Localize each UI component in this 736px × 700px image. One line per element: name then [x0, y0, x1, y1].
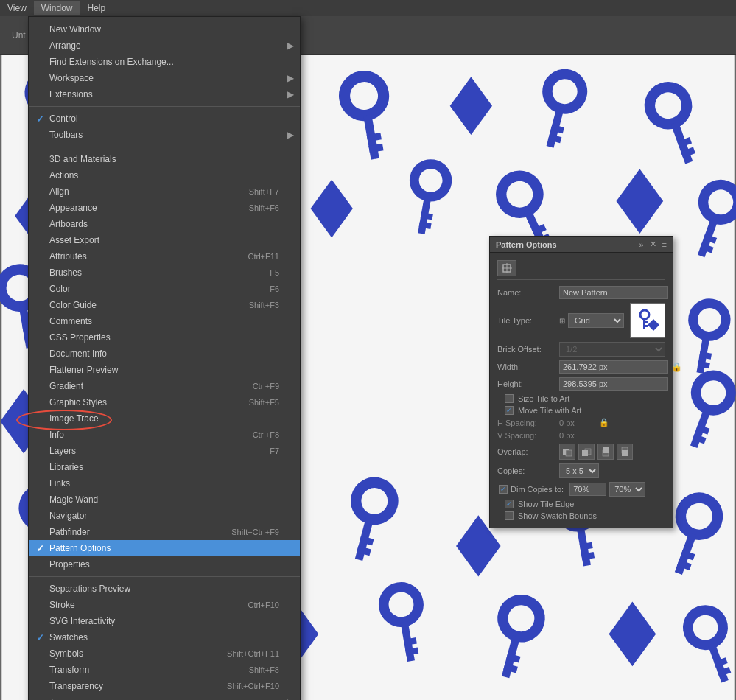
shortcut-label: Shift+Ctrl+F9 — [202, 528, 279, 536]
menu-view[interactable]: View — [0, 1, 34, 15]
brick-offset-row: Brick Offset: 1/2 — [497, 342, 665, 357]
menu-item-3d-materials[interactable]: 3D and Materials — [29, 151, 300, 167]
menu-label: Workspace — [49, 73, 94, 83]
menu-item-workspace[interactable]: Workspace ▶ — [29, 70, 300, 86]
menu-item-libraries[interactable]: Libraries — [29, 459, 300, 475]
name-input[interactable] — [559, 286, 668, 299]
move-tile-checkbox[interactable]: ✓ — [505, 406, 514, 415]
menu-item-properties[interactable]: Properties — [29, 556, 300, 573]
move-tool-button[interactable] — [497, 260, 516, 276]
menu-item-graphic-styles[interactable]: Graphic Styles Shift+F5 — [29, 394, 300, 410]
shortcut-label: Shift+F8 — [220, 665, 279, 674]
menu-item-swatches[interactable]: ✓ Swatches — [29, 629, 300, 645]
menu-item-artboards[interactable]: Artboards — [29, 216, 300, 232]
menu-item-navigator[interactable]: Navigator — [29, 508, 300, 524]
menu-label: CSS Properties — [49, 332, 111, 343]
menu-item-pathfinder[interactable]: Pathfinder Shift+Ctrl+F9 — [29, 524, 300, 540]
menu-item-magic-wand[interactable]: Magic Wand — [29, 491, 300, 508]
menu-item-color[interactable]: Color F6 — [29, 281, 300, 297]
shortcut-label: Ctrl+F8 — [223, 430, 279, 439]
overlap-right-front-button[interactable] — [578, 444, 595, 460]
dim-copies-checkbox[interactable]: ✓ — [499, 485, 508, 494]
menu-item-layers[interactable]: Layers F7 — [29, 443, 300, 459]
menu-item-brushes[interactable]: Brushes F5 — [29, 265, 300, 281]
menu-label: New Window — [49, 24, 101, 35]
menu-item-find-extensions[interactable]: Find Extensions on Exchange... — [29, 54, 300, 70]
menu-item-appearance[interactable]: Appearance Shift+F6 — [29, 200, 300, 216]
copies-label: Copies: — [497, 466, 556, 475]
menu-item-image-trace[interactable]: Image Trace — [29, 410, 300, 427]
panel-menu-button[interactable]: ≡ — [662, 240, 667, 249]
menu-item-transparency[interactable]: Transparency Shift+Ctrl+F10 — [29, 678, 300, 694]
name-label: Name: — [497, 288, 556, 297]
tile-type-select[interactable]: Grid — [568, 313, 624, 328]
menu-label: Pathfinder — [49, 527, 90, 537]
shortcut-label: F5 — [240, 268, 279, 277]
h-lock-icon[interactable]: 🔒 — [599, 418, 609, 427]
menu-item-symbols[interactable]: Symbols Shift+Ctrl+F11 — [29, 645, 300, 662]
menu-item-document-info[interactable]: Document Info — [29, 346, 300, 362]
tile-type-row: Tile Type: ⊞ Grid — [497, 303, 665, 338]
width-input[interactable] — [559, 360, 668, 374]
show-tile-checkbox[interactable]: ✓ — [505, 500, 514, 508]
shortcut-label: Ctrl+F9 — [223, 382, 279, 391]
menu-item-gradient[interactable]: Gradient Ctrl+F9 — [29, 378, 300, 394]
dim-copies-select[interactable]: 70% 50% 80% — [609, 482, 645, 497]
menu-label: Layers — [49, 446, 76, 456]
menu-window[interactable]: Window — [34, 1, 80, 15]
menu-item-type[interactable]: Type ▶ — [29, 694, 300, 700]
check-icon: ✓ — [36, 543, 44, 554]
lock-icon[interactable]: 🔒 — [671, 362, 682, 372]
menu-item-actions[interactable]: Actions — [29, 167, 300, 183]
move-tile-label: Move Tile with Art — [518, 406, 581, 415]
overlap-row: Overlap: — [497, 444, 665, 460]
menu-item-attributes[interactable]: Attributes Ctrl+F11 — [29, 248, 300, 265]
show-swatch-row: Show Swatch Bounds — [497, 511, 665, 520]
menu-item-comments[interactable]: Comments — [29, 313, 300, 329]
menu-item-transform[interactable]: Transform Shift+F8 — [29, 662, 300, 678]
menu-help[interactable]: Help — [80, 1, 113, 15]
overlap-left-front-button[interactable] — [559, 444, 575, 460]
menu-item-separations-preview[interactable]: Separations Preview — [29, 581, 300, 597]
menu-item-flattener-preview[interactable]: Flattener Preview — [29, 362, 300, 378]
menu-item-extensions[interactable]: Extensions ▶ — [29, 86, 300, 102]
h-spacing-row: H Spacing: 🔒 — [497, 418, 665, 427]
menu-label: Color — [49, 284, 71, 294]
height-input[interactable] — [559, 377, 668, 391]
panel-collapse-button[interactable]: » — [639, 240, 643, 249]
menu-label: Attributes — [49, 251, 87, 262]
menu-bar: View Window Help — [0, 0, 736, 16]
menu-label: Align — [49, 186, 69, 197]
panel-close-button[interactable]: ✕ — [650, 239, 656, 249]
menu-label: Document Info — [49, 349, 107, 359]
svg-rect-10 — [631, 304, 664, 337]
menu-item-asset-export[interactable]: Asset Export — [29, 232, 300, 248]
menu-item-stroke[interactable]: Stroke Ctrl+F10 — [29, 597, 300, 613]
menu-item-pattern-options[interactable]: ✓ Pattern Options — [29, 540, 300, 556]
menu-item-info[interactable]: Info Ctrl+F8 — [29, 427, 300, 443]
menu-item-svg-interactivity[interactable]: SVG Interactivity — [29, 613, 300, 629]
svg-rect-21 — [603, 447, 609, 453]
menu-item-control[interactable]: ✓ Control — [29, 111, 300, 127]
menu-item-toolbars[interactable]: Toolbars ▶ — [29, 127, 300, 143]
menu-item-align[interactable]: Align Shift+F7 — [29, 183, 300, 200]
menu-item-arrange[interactable]: Arrange ▶ — [29, 38, 300, 54]
dim-copies-input[interactable] — [569, 483, 606, 496]
overlap-top-front-button[interactable] — [597, 444, 614, 460]
overlap-bottom-front-button[interactable] — [617, 444, 633, 460]
svg-rect-17 — [566, 450, 572, 456]
menu-label: Links — [49, 478, 70, 489]
pattern-options-panel: Pattern Options » ✕ ≡ Name: Tile Type: — [489, 236, 673, 528]
menu-item-css-properties[interactable]: CSS Properties — [29, 329, 300, 346]
panel-body: Name: Tile Type: ⊞ Grid — [490, 253, 673, 528]
menu-item-links[interactable]: Links — [29, 475, 300, 491]
shortcut-label: Shift+F5 — [220, 398, 279, 407]
copies-select[interactable]: 5 x 5 3 x 3 7 x 7 — [559, 463, 599, 478]
size-tile-checkbox[interactable] — [505, 394, 514, 403]
show-swatch-checkbox[interactable] — [505, 511, 514, 520]
menu-label: Navigator — [49, 511, 87, 521]
menu-label: Extensions — [49, 89, 93, 99]
width-row: Width: 🔒 — [497, 360, 665, 374]
menu-item-color-guide[interactable]: Color Guide Shift+F3 — [29, 297, 300, 313]
menu-item-new-window[interactable]: New Window — [29, 21, 300, 38]
